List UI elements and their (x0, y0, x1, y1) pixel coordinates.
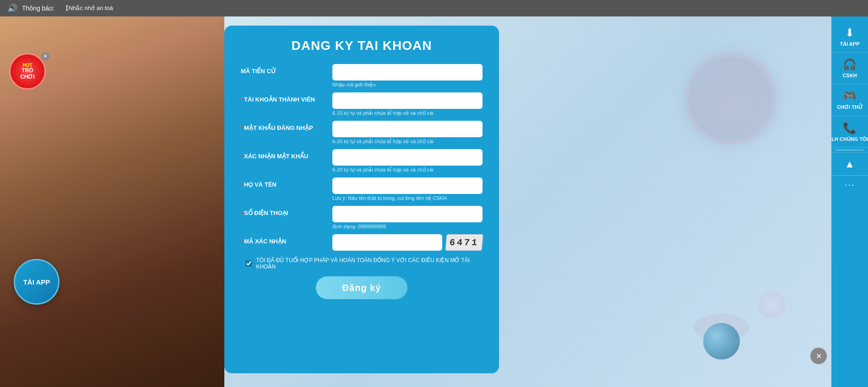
notification-label: Thông báo: (22, 5, 54, 12)
label-referral: MÃ TIẾN CỬ (241, 64, 332, 75)
phone-icon: 📞 (843, 122, 857, 134)
label-captcha: *MÃ XÁC NHẬN (241, 234, 332, 245)
sidebar-item-tai-app[interactable]: ⬇ TÁI APP (831, 21, 868, 53)
input-wrap-username: 6-15 ký tự và phải chứa tổ hợp số và chữ… (332, 92, 483, 119)
tai-app-label: TÁI APP (23, 278, 50, 286)
dots-label: ··· (845, 179, 855, 190)
input-wrap-confirm-password: 6-20 ký tự và phải chứa tổ hợp số và chữ… (332, 149, 483, 176)
hint-referral: Nhập mã giới thiệu (332, 82, 483, 88)
required-star-password: * (241, 124, 243, 131)
tai-app-button[interactable]: TÁI APP (14, 259, 60, 305)
form-row-username: *TÀI KHOẢN THÀNH VIÊN 6-15 ký tự và phải… (241, 92, 483, 119)
chip-decoration-small (758, 291, 786, 318)
dots-button[interactable]: ··· (831, 175, 868, 194)
form-row-captcha: *MÃ XÁC NHẬN 6471 (241, 234, 483, 251)
label-fullname: *HỌ VÀ TÊN (241, 177, 332, 188)
hint-username: 6-15 ký tự và phải chứa tổ hợp số và chữ… (332, 110, 483, 116)
label-phone: *SỐ ĐIỆN THOẠI (241, 206, 332, 216)
input-wrap-fullname: Lưu ý: Nếu tên thật bị trùng, vui lòng l… (332, 177, 483, 204)
confirm-password-input[interactable] (332, 149, 483, 166)
game-icon: 🎮 (843, 90, 857, 102)
hint-confirm-password: 6-20 ký tự và phải chứa tổ hợp số và chữ… (332, 167, 483, 173)
username-input[interactable] (332, 92, 483, 109)
scroll-up-icon: ▲ (845, 158, 855, 170)
terms-checkbox[interactable] (245, 260, 252, 267)
game-badge[interactable]: HOT TRÒ CHƠI (9, 53, 46, 90)
terms-checkbox-row: TÔI ĐÃ ĐỦ TUỔI HỢP PHÁP VÀ HOÀN TOÀN ĐỒN… (241, 257, 483, 270)
right-sidebar: ⬇ TÁI APP 🎧 CSKH 🎮 CHƠI THỬ 📞 LH CHÚNG T… (831, 16, 868, 387)
input-wrap-captcha: 6471 (332, 234, 483, 251)
registration-form: DANG KY TAI KHOAN MÃ TIẾN CỬ Nhập mã giớ… (224, 26, 499, 373)
sidebar-item-choi-thu[interactable]: 🎮 CHƠI THỬ (831, 84, 868, 116)
scroll-up-button[interactable]: ▲ (831, 152, 868, 175)
captcha-row: 6471 (332, 234, 483, 251)
main-content: HOT TRÒ CHƠI ✕ TÁI APP DANG KY TAI KHOAN… (0, 16, 868, 387)
required-star-captcha: * (241, 238, 243, 245)
terms-label[interactable]: TÔI ĐÃ ĐỦ TUỔI HỢP PHÁP VÀ HOÀN TOÀN ĐỒN… (256, 257, 483, 270)
form-row-referral: MÃ TIẾN CỬ Nhập mã giới thiệu (241, 64, 483, 91)
globe-decoration (703, 323, 740, 360)
download-icon: ⬇ (845, 27, 854, 39)
speaker-icon: 🔊 (7, 3, 17, 13)
label-username: *TÀI KHOẢN THÀNH VIÊN (241, 92, 332, 103)
referral-input[interactable] (332, 64, 483, 81)
game-badge-line2: CHƠI (20, 74, 35, 80)
sidebar-item-cskh[interactable]: 🎧 CSKH (831, 53, 868, 84)
hint-fullname: Lưu ý: Nếu tên thật bị trùng, vui lòng l… (332, 195, 483, 201)
fullname-input[interactable] (332, 177, 483, 194)
required-star-username: * (241, 96, 243, 103)
sidebar-choi-thu-label: CHƠI THỬ (837, 104, 863, 110)
sidebar-tai-app-label: TÁI APP (840, 41, 860, 47)
close-float-button[interactable]: ✕ (810, 348, 827, 364)
sidebar-item-lh-chung-toi[interactable]: 📞 LH CHÚNG TÔI (831, 116, 868, 148)
notification-text: 【Nhắc nhở an toà (63, 4, 113, 12)
input-wrap-referral: Nhập mã giới thiệu (332, 64, 483, 91)
close-badge-button[interactable]: ✕ (41, 52, 49, 60)
captcha-input[interactable] (332, 234, 442, 251)
headset-icon: 🎧 (843, 58, 857, 71)
form-title: DANG KY TAI KHOAN (241, 38, 483, 53)
sidebar-lh-label: LH CHÚNG TÔI (831, 136, 868, 142)
password-input[interactable] (332, 121, 483, 137)
phone-input[interactable] (332, 206, 483, 222)
label-confirm-password: *XÁC NHẬN MẬT KHẨU (241, 149, 332, 160)
required-star-fullname: * (241, 181, 243, 188)
form-row-fullname: *HỌ VÀ TÊN Lưu ý: Nếu tên thật bị trùng,… (241, 177, 483, 204)
game-badge-line1: TRÒ (22, 68, 33, 74)
notification-bar: 🔊 Thông báo: 【Nhắc nhở an toà (0, 0, 868, 16)
chip-decoration-large (685, 53, 776, 145)
sidebar-divider (836, 150, 863, 150)
label-password: *MẬT KHẨU ĐĂNG NHẬP (241, 121, 332, 131)
hint-password: 6-20 ký tự và phải chứa tổ hợp số và chữ… (332, 139, 483, 145)
hint-phone: định dạng: 0988888888 (332, 224, 483, 230)
input-wrap-password: 6-20 ký tự và phải chứa tổ hợp số và chữ… (332, 121, 483, 147)
form-row-confirm-password: *XÁC NHẬN MẬT KHẨU 6-20 ký tự và phải ch… (241, 149, 483, 176)
submit-button[interactable]: Đăng ký (316, 276, 407, 299)
form-row-password: *MẬT KHẨU ĐĂNG NHẬP 6-20 ký tự và phải c… (241, 121, 483, 147)
sidebar-cskh-label: CSKH (842, 73, 857, 78)
captcha-image[interactable]: 6471 (445, 234, 483, 251)
required-star-phone: * (241, 210, 243, 216)
required-star-confirm: * (241, 153, 243, 160)
form-row-phone: *SỐ ĐIỆN THOẠI định dạng: 0988888888 (241, 206, 483, 232)
input-wrap-phone: định dạng: 0988888888 (332, 206, 483, 232)
